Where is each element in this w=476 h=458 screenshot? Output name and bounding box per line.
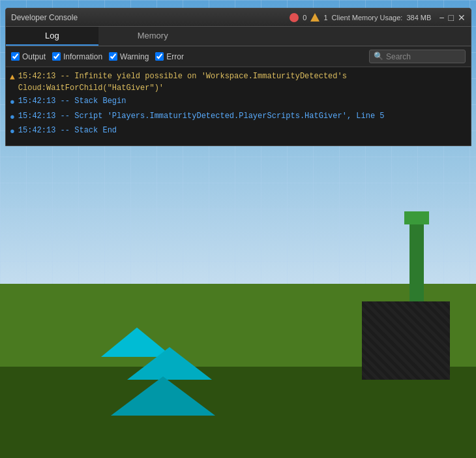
- teal-arrow-2: [127, 347, 212, 380]
- info-icon-2: ●: [10, 111, 15, 124]
- log-entry-3: ● 15:42:13 -- Stack End: [6, 124, 471, 139]
- tabs-row: Log Memory: [6, 27, 471, 46]
- output-filter[interactable]: Output: [11, 52, 46, 61]
- log-text-0: 15:42:13 -- Infinite yield possible on '…: [18, 70, 467, 94]
- ground-dark: [0, 367, 476, 458]
- search-icon: 🔍: [374, 52, 383, 61]
- tab-log[interactable]: Log: [6, 27, 98, 46]
- error-dot-icon: [290, 13, 299, 22]
- window-controls: − □ ✕: [439, 13, 466, 22]
- log-text-2: 15:42:13 -- Script 'Players.ImmaturityDe…: [18, 110, 385, 122]
- search-box: 🔍: [369, 50, 466, 63]
- dark-platform: [362, 301, 450, 380]
- toolbar: Output Information Warning Error 🔍: [6, 46, 471, 67]
- memory-label: Client Memory Usage:: [332, 14, 403, 22]
- title-bar: Developer Console 0 1 Client Memory Usag…: [6, 8, 471, 27]
- error-filter[interactable]: Error: [155, 52, 184, 61]
- warning-checkbox[interactable]: [109, 52, 117, 61]
- search-input[interactable]: [386, 52, 458, 61]
- log-text-1: 15:42:13 -- Stack Begin: [18, 95, 126, 107]
- green-pillar-top: [404, 211, 429, 224]
- close-button[interactable]: ✕: [458, 13, 466, 22]
- info-icon-3: ●: [10, 125, 15, 138]
- warning-filter[interactable]: Warning: [109, 52, 149, 61]
- log-entry-2: ● 15:42:13 -- Script 'Players.Immaturity…: [6, 110, 471, 125]
- information-checkbox[interactable]: [52, 52, 61, 61]
- log-text-3: 15:42:13 -- Stack End: [18, 125, 117, 136]
- error-label: Error: [166, 52, 184, 61]
- developer-console: Developer Console 0 1 Client Memory Usag…: [5, 8, 471, 146]
- warning-count: 1: [323, 14, 327, 22]
- output-checkbox[interactable]: [11, 52, 20, 61]
- tab-memory[interactable]: Memory: [98, 27, 207, 46]
- error-checkbox[interactable]: [155, 52, 164, 61]
- warning-icon-0: ▲: [10, 71, 15, 84]
- teal-arrow-3: [111, 376, 215, 416]
- log-entry-1: ● 15:42:13 -- Stack Begin: [6, 95, 471, 110]
- warning-label: Warning: [120, 52, 149, 61]
- log-entry-0: ▲ 15:42:13 -- Infinite yield possible on…: [6, 70, 471, 95]
- information-label: Information: [63, 52, 102, 61]
- output-label: Output: [22, 52, 46, 61]
- error-count: 0: [303, 14, 306, 22]
- console-title: Developer Console: [11, 13, 290, 22]
- warning-triangle-icon: [310, 13, 320, 22]
- info-icon-1: ●: [10, 96, 15, 109]
- maximize-button[interactable]: □: [449, 13, 454, 22]
- log-area: ▲ 15:42:13 -- Infinite yield possible on…: [6, 67, 471, 145]
- memory-value: 384 MB: [406, 14, 431, 22]
- memory-indicator: 0 1 Client Memory Usage: 384 MB: [290, 13, 431, 22]
- minimize-button[interactable]: −: [439, 13, 444, 22]
- green-pillar: [409, 223, 424, 301]
- information-filter[interactable]: Information: [52, 52, 102, 61]
